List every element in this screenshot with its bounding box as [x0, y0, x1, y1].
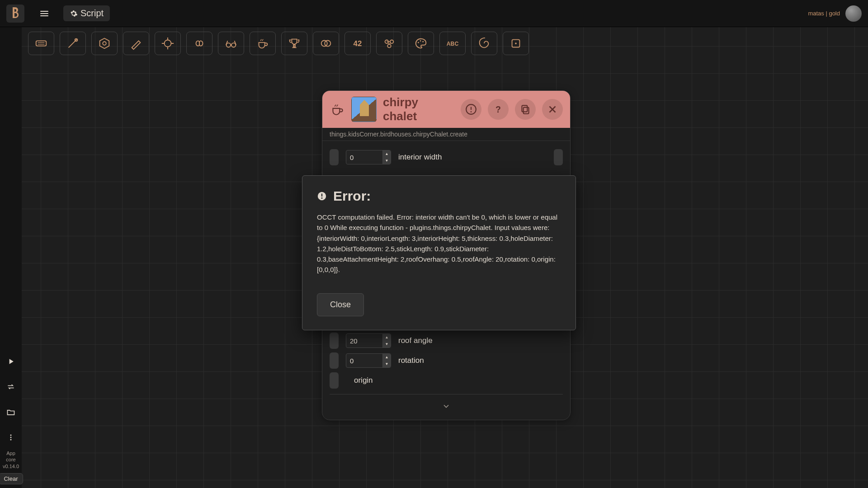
more-button[interactable]	[4, 430, 18, 445]
tool-text[interactable]: ABC	[439, 32, 466, 55]
spinner[interactable]: ▲▼	[382, 150, 391, 164]
number-icon: 42	[351, 37, 364, 50]
input-plug[interactable]	[330, 372, 339, 389]
container-icon	[34, 37, 48, 50]
number-input[interactable]: ▲▼	[346, 333, 391, 348]
origin-label: origin	[354, 376, 373, 385]
tool-container[interactable]	[28, 32, 54, 55]
question-icon: ?	[492, 103, 504, 115]
tool-die[interactable]	[503, 32, 529, 55]
help-button[interactable]: ?	[488, 99, 509, 120]
pen-icon	[129, 37, 143, 50]
menu-button[interactable]	[38, 7, 51, 20]
spin-up-icon[interactable]: ▲	[383, 150, 391, 157]
close-node-button[interactable]	[542, 99, 563, 120]
folder-icon	[6, 408, 15, 417]
param-label: roof angle	[398, 336, 433, 345]
tool-palette[interactable]	[408, 32, 434, 55]
chevron-down-icon	[442, 402, 451, 411]
svg-point-28	[321, 197, 323, 199]
user-label: matas | gold	[808, 10, 840, 17]
rings-icon	[319, 37, 333, 50]
svg-text:ABC: ABC	[447, 41, 459, 47]
text-icon: ABC	[446, 37, 459, 50]
svg-point-12	[387, 44, 391, 48]
tool-trophy[interactable]	[281, 32, 307, 55]
alert-icon	[465, 103, 477, 115]
param-label: rotation	[398, 356, 424, 365]
svg-point-19	[10, 435, 12, 436]
node-header[interactable]: chirpy chalet ?	[322, 91, 570, 128]
tool-rings[interactable]	[313, 32, 339, 55]
avatar[interactable]	[845, 5, 862, 22]
info-button[interactable]	[461, 99, 481, 120]
number-input[interactable]: ▲▼	[346, 150, 391, 164]
user-area[interactable]: matas | gold	[808, 5, 862, 22]
swap-button[interactable]	[4, 380, 18, 394]
error-modal: Error: OCCT computation failed. Error: i…	[302, 175, 576, 330]
tool-teacup[interactable]	[250, 32, 276, 55]
input-plug[interactable]	[330, 149, 339, 165]
svg-point-13	[418, 42, 419, 43]
tool-target[interactable]	[155, 32, 181, 55]
needle-icon	[66, 37, 80, 50]
version-label: v0.14.0	[3, 463, 19, 469]
expand-button[interactable]	[330, 400, 563, 413]
top-bar: Script matas | gold	[0, 0, 868, 27]
close-button[interactable]: Close	[317, 293, 364, 316]
spinner[interactable]: ▲▼	[382, 354, 391, 367]
svg-rect-25	[524, 108, 529, 114]
tool-infinity[interactable]	[186, 32, 212, 55]
spin-up-icon[interactable]: ▲	[383, 334, 391, 341]
app-logo[interactable]	[6, 5, 24, 23]
svg-text:42: 42	[354, 39, 362, 48]
spin-down-icon[interactable]: ▼	[383, 341, 391, 347]
param-row: ▲▼ roof angle	[330, 333, 563, 349]
clear-button[interactable]: Clear	[0, 473, 23, 484]
tool-molecule[interactable]	[376, 32, 402, 55]
svg-point-18	[515, 42, 517, 44]
tool-spiral[interactable]	[471, 32, 497, 55]
tool-edge[interactable]	[60, 32, 86, 55]
target-icon	[161, 37, 175, 50]
hamburger-icon	[39, 8, 50, 19]
modal-title-text: Error:	[333, 188, 371, 204]
molecule-icon	[382, 37, 396, 50]
input-plug[interactable]	[330, 333, 339, 349]
play-icon	[6, 357, 15, 366]
script-button[interactable]: Script	[63, 5, 110, 21]
svg-text:?: ?	[495, 104, 501, 114]
node-thumbnail	[351, 97, 377, 122]
play-button[interactable]	[4, 354, 18, 369]
core-label: core	[3, 456, 19, 463]
tool-number[interactable]: 42	[344, 32, 371, 55]
copy-icon	[519, 103, 531, 115]
tool-hexagon[interactable]	[91, 32, 118, 55]
gear-icon	[70, 9, 78, 18]
script-label: Script	[80, 8, 104, 19]
spiral-icon	[477, 37, 491, 50]
svg-point-20	[10, 437, 12, 438]
spin-down-icon[interactable]: ▼	[383, 361, 391, 367]
toolbar: 42 ABC	[22, 27, 868, 60]
modal-body: OCCT computation failed. Error: interior…	[317, 212, 561, 275]
input-plug[interactable]	[330, 352, 339, 369]
error-icon	[317, 191, 327, 201]
folder-button[interactable]	[4, 405, 18, 419]
tool-pen[interactable]	[123, 32, 149, 55]
tool-glasses[interactable]	[218, 32, 244, 55]
hexagon-icon	[98, 37, 111, 50]
glasses-icon	[224, 37, 238, 50]
svg-point-3	[103, 42, 106, 45]
copy-button[interactable]	[515, 99, 536, 120]
param-row: ▲▼ rotation	[330, 352, 563, 369]
node-path: things.kidsCorner.birdhouses.chirpyChale…	[322, 128, 570, 141]
spin-down-icon[interactable]: ▼	[383, 157, 391, 164]
param-row: ▲▼ interior width	[330, 149, 563, 165]
output-plug[interactable]	[554, 149, 563, 165]
palette-icon	[414, 37, 428, 50]
spinner[interactable]: ▲▼	[382, 334, 391, 347]
number-input[interactable]: ▲▼	[346, 353, 391, 368]
svg-point-5	[226, 43, 231, 47]
spin-up-icon[interactable]: ▲	[383, 354, 391, 361]
